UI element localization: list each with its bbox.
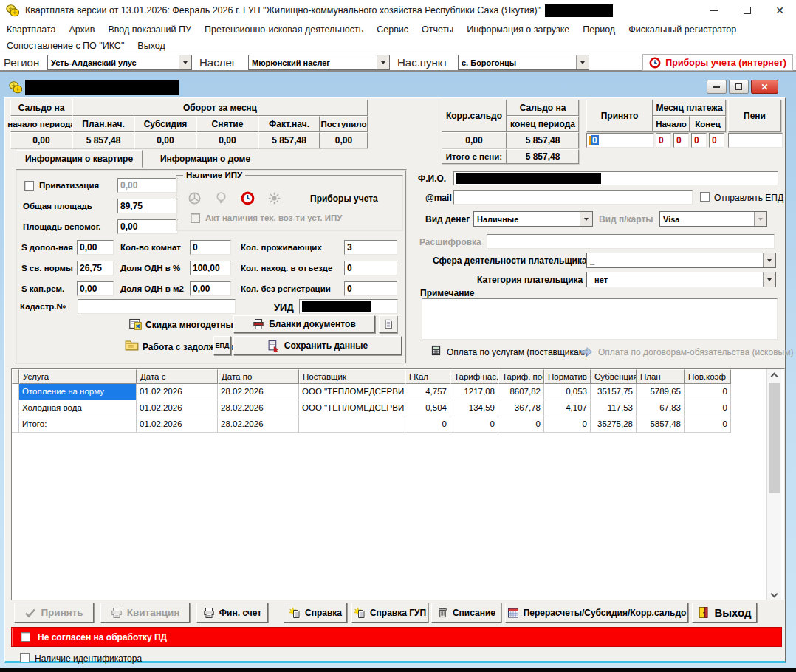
menu-item[interactable]: Сервис <box>370 24 415 35</box>
trash-icon <box>437 607 448 618</box>
certificate-button[interactable]: Справка <box>284 603 347 623</box>
region-select[interactable]: Усть-Алданский улус <box>47 55 192 70</box>
identifier-checkbox[interactable] <box>20 653 30 662</box>
child-minimize-button[interactable] <box>707 80 727 94</box>
total-area-input[interactable]: 89,75 <box>117 199 178 213</box>
menu-item[interactable]: Квартплата <box>0 24 62 35</box>
exit-button[interactable]: Выход <box>692 603 757 623</box>
table-row[interactable]: Итого:01.02.202628.02.2026000035275,2858… <box>12 416 784 433</box>
month-start-1-input[interactable]: 0 <box>656 133 671 148</box>
menu-item[interactable]: Архив <box>62 24 101 35</box>
chevron-down-icon[interactable] <box>377 55 389 69</box>
child-window-body: Сальдо на Оборот за месяц Корр.сальдо Са… <box>4 97 786 663</box>
menu-item[interactable]: Информация о загрузке <box>460 24 576 35</box>
column-header[interactable]: Субвенция <box>591 369 637 384</box>
accepted-input[interactable]: 0 <box>586 133 654 148</box>
close-button[interactable]: ✕ <box>764 0 796 21</box>
epd-button[interactable]: ЕПД <box>213 336 231 355</box>
save-data-button[interactable]: Сохранить данные <box>233 336 402 355</box>
column-header[interactable]: Тариф. пост <box>498 369 544 384</box>
fio-input[interactable] <box>453 171 778 185</box>
residents-input[interactable]: 3 <box>344 240 397 255</box>
odn-m2-input[interactable]: 0,00 <box>190 281 231 296</box>
column-header[interactable]: Услуга <box>19 369 137 384</box>
document-view-button[interactable] <box>379 315 397 333</box>
decryption-input[interactable] <box>487 234 775 249</box>
tab-house-info[interactable]: Информация о доме <box>150 150 261 168</box>
column-header[interactable]: Поставщик <box>299 369 405 384</box>
money-type-select[interactable]: Наличные <box>473 211 593 227</box>
note-textarea[interactable] <box>422 298 778 340</box>
menu-item[interactable]: Фискальный регистратор <box>622 24 743 35</box>
consent-checkbox[interactable] <box>21 632 30 642</box>
menu-item[interactable]: Сопоставление с ПО "ИКС" <box>0 41 131 51</box>
writeoff-button[interactable]: Списание <box>431 603 501 623</box>
table-cell: ООО "ТЕПЛОМЕДСЕРВИ <box>299 400 405 416</box>
chevron-down-icon[interactable] <box>576 55 589 69</box>
s-norm-input[interactable]: 26,75 <box>77 261 114 275</box>
email-input[interactable] <box>453 190 693 205</box>
certificate-gup-button[interactable]: Справка ГУП <box>351 603 428 623</box>
month-start-2-input[interactable]: 0 <box>673 133 689 148</box>
away-input[interactable]: 0 <box>344 261 397 275</box>
column-header[interactable]: Тариф нас. <box>450 369 498 384</box>
pay-by-services-link[interactable]: Оплата по услугам (поставщикам) <box>447 347 588 357</box>
recalc-subsidy-button[interactable]: Перерасчеты/Субсидия/Корр.сальдо <box>505 603 688 623</box>
menu-item[interactable]: Период <box>576 24 622 35</box>
column-header[interactable]: Дата с <box>137 369 218 384</box>
child-close-button[interactable]: ✕ <box>751 80 778 94</box>
settlement-select[interactable]: с. Борогонцы <box>458 55 589 70</box>
uid-input[interactable] <box>299 299 398 314</box>
meters-internet-button[interactable]: Приборы учета (интернет) <box>642 54 793 71</box>
menu-item[interactable]: Ввод показаний ПУ <box>101 24 198 35</box>
menu-item[interactable]: Отчеты <box>415 24 460 35</box>
chevron-down-icon[interactable] <box>763 272 775 287</box>
scroll-down-icon[interactable] <box>771 591 778 598</box>
payer-category-select[interactable]: _нет <box>586 272 776 287</box>
chevron-down-icon[interactable] <box>580 212 592 226</box>
column-header[interactable]: План <box>637 369 685 384</box>
chevron-down-icon[interactable] <box>763 253 775 267</box>
payer-sphere-select[interactable]: _ <box>586 253 776 268</box>
s-capital-input[interactable]: 0,00 <box>77 281 114 296</box>
cadastre-input[interactable] <box>78 299 236 314</box>
child-maximize-button[interactable] <box>729 80 749 94</box>
unregistered-label: Кол. без регистрации <box>241 284 331 293</box>
rooms-input[interactable]: 0 <box>190 240 231 255</box>
table-cell: 4,107 <box>544 400 591 416</box>
nasleg-select[interactable]: Мюрюнский наслег <box>248 55 390 70</box>
odn-percent-input[interactable]: 100,00 <box>190 261 231 275</box>
menu-item[interactable]: Выход <box>131 41 171 51</box>
column-header[interactable]: Норматив <box>544 369 591 384</box>
menu-item[interactable]: Претензионно-исковая деятельность <box>198 24 370 35</box>
minimize-button[interactable] <box>698 0 730 21</box>
heat-meter-icon[interactable] <box>241 191 255 205</box>
penalty-input[interactable] <box>728 133 783 148</box>
vertical-scrollbar[interactable] <box>766 369 781 600</box>
fin-account-button[interactable]: Фин. счет <box>196 603 268 623</box>
privatization-checkbox[interactable] <box>24 181 34 191</box>
unregistered-input[interactable]: 0 <box>344 281 397 296</box>
month-end-1-input[interactable]: 0 <box>691 133 707 148</box>
act-checkbox <box>191 213 200 223</box>
column-header[interactable]: ГКал <box>405 369 450 384</box>
scrollbar-thumb[interactable] <box>769 383 780 493</box>
document-forms-button[interactable]: Бланки документов <box>233 315 375 333</box>
region-label: Регион <box>4 56 39 69</box>
table-row[interactable]: Холодная вода01.02.202628.02.2026ООО "ТЕ… <box>12 400 784 416</box>
s-additional-input[interactable]: 0,00 <box>77 240 114 255</box>
tab-apartment-info[interactable]: Информация о квартире <box>16 150 143 168</box>
month-end-2-input[interactable]: 0 <box>709 133 724 148</box>
send-epd-checkbox[interactable] <box>700 192 710 202</box>
settlement-label: Нас.пункт <box>397 56 447 69</box>
table-row[interactable]: Отопление на норму01.02.202628.02.2026ОО… <box>12 384 784 400</box>
aux-area-input[interactable]: 0,00 <box>117 219 178 234</box>
maximize-button[interactable] <box>731 0 764 21</box>
table-cell: Отопление на норму <box>19 384 137 400</box>
column-header[interactable]: Пов.коэф <box>685 369 731 384</box>
column-header[interactable]: Дата по <box>218 369 299 384</box>
scroll-up-icon[interactable] <box>771 373 778 380</box>
chevron-down-icon[interactable] <box>179 55 191 69</box>
row-indicator-gutter <box>12 400 19 416</box>
document-sparkle-icon <box>354 607 366 619</box>
